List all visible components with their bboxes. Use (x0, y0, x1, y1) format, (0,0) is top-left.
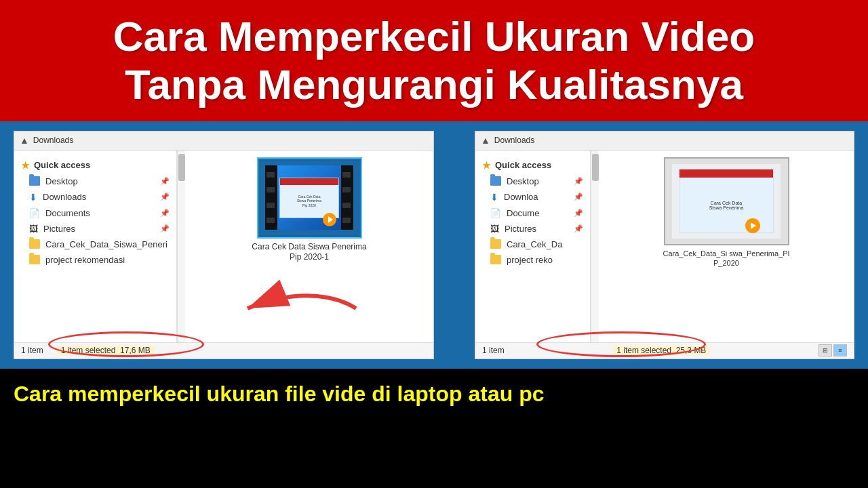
left-selected-text: 1 item selected (61, 346, 116, 355)
film-hole (267, 218, 275, 223)
view-icon-grid[interactable]: ⊞ (818, 344, 832, 357)
right-file-name: Cara_Cek_Data_Si swa_Penerima_PI P_2020 (658, 249, 794, 268)
docs-icon: 📄 (29, 208, 40, 218)
thumb-screen: Cara Cek DataSiswa PenerimaPip 2020 (279, 178, 339, 218)
play-triangle-icon (328, 216, 333, 223)
film-hole (342, 203, 351, 208)
top-banner: Cara Memperkecil Ukuran Video Tanpa Meng… (0, 0, 868, 121)
right-scrollbar-thumb[interactable] (592, 154, 599, 181)
right-folder-yellow2 (490, 255, 501, 264)
right-sidebar-pictures[interactable]: 🖼 Pictures 📌 (475, 221, 590, 237)
right-file-size: 25,3 MB (676, 346, 707, 355)
right-file-thumbnail[interactable]: Cara Cek DataSiswa Penerima Cara_Cek_Dat… (658, 157, 794, 268)
thumb-screen-text: Cara Cek DataSiswa PenerimaPip 2020 (297, 195, 321, 208)
red-arrow (234, 278, 370, 342)
right-sidebar: ★ Quick access Desktop 📌 ⬇ Downloa 📌 📄 D… (475, 150, 591, 342)
right-pin-dl: 📌 (574, 192, 583, 201)
film-hole (267, 187, 275, 192)
pics-icon: 🖼 (29, 224, 38, 234)
left-address-bar: ▲ Downloads (14, 131, 433, 150)
left-status-bar: 1 item 1 item selected 17,6 MB (14, 342, 433, 359)
right-desktop-label: Desktop (507, 176, 539, 186)
folder-blue-icon (29, 176, 40, 186)
right-scrollbar[interactable] (591, 150, 599, 342)
right-status-left: 1 item (482, 346, 505, 355)
middle-section: ▲ Downloads ★ Quick access Desktop 📌 ⬇ D… (0, 121, 868, 369)
right-pics-label: Pictures (505, 224, 536, 234)
right-docs-icon: 📄 (490, 208, 501, 218)
right-path: Downloads (494, 136, 848, 145)
left-sidebar: ★ Quick access Desktop 📌 ⬇ Downloads 📌 📄… (14, 150, 177, 342)
sidebar-downloads-label: Downloads (43, 192, 86, 202)
right-address-bar: ▲ Downloads (475, 131, 854, 150)
right-folder-blue-icon (490, 176, 501, 186)
left-thumb-inner: Cara Cek DataSiswa PenerimaPip 2020 (265, 165, 353, 230)
right-sidebar-downloads[interactable]: ⬇ Downloa 📌 (475, 189, 590, 205)
right-item-count: 1 item (482, 346, 505, 355)
pin-icon-dl: 📌 (160, 192, 170, 201)
right-docs-label: Docume (507, 208, 539, 218)
play-button[interactable] (323, 213, 336, 226)
thumb-screen-header (280, 178, 338, 185)
pin-icon: 📌 (160, 177, 170, 186)
left-file-size: 17,6 MB (120, 346, 151, 355)
film-hole (267, 172, 275, 178)
right-sidebar-folder1[interactable]: Cara_Cek_Da (475, 237, 590, 252)
left-explorer-body: ★ Quick access Desktop 📌 ⬇ Downloads 📌 📄… (14, 150, 433, 342)
right-status-selected: 1 item selected 25,3 MB (612, 346, 710, 355)
right-explorer-panel: ▲ Downloads ★ Quick access Desktop 📌 ⬇ D… (475, 131, 854, 359)
view-icon-list[interactable]: ≡ (833, 344, 847, 357)
right-quick-access-label: Quick access (495, 160, 551, 170)
right-thumb-img: Cara Cek DataSiswa Penerima (664, 157, 789, 245)
film-hole (267, 203, 275, 208)
right-status-bar: 1 item 1 item selected 25,3 MB ⊞ ≡ (475, 342, 854, 359)
film-strip-left (265, 165, 277, 230)
right-sidebar-desktop[interactable]: Desktop 📌 (475, 174, 590, 189)
right-folder2-label: project reko (507, 255, 553, 265)
sidebar-folder2-label: project rekomendasi (45, 255, 125, 265)
left-item-count: 1 item (21, 346, 43, 355)
quick-access-label: Quick access (34, 160, 90, 170)
left-path: Downloads (33, 136, 428, 145)
bottom-text: Cara memperkecil ukuran file vide di lap… (14, 382, 544, 407)
left-status-selected: 1 item selected 17,6 MB (57, 346, 155, 355)
banner-line1: Cara Memperkecil Ukuran Video (113, 13, 755, 60)
view-icons: ⊞ ≡ (818, 344, 847, 357)
right-scroll-up[interactable]: ▲ (481, 135, 490, 146)
right-pics-icon: 🖼 (490, 224, 499, 234)
film-hole (342, 172, 351, 178)
pin-icon-docs: 📌 (160, 209, 170, 218)
right-explorer-body: ★ Quick access Desktop 📌 ⬇ Downloa 📌 📄 D… (475, 150, 854, 342)
folder-yellow-icon2 (29, 255, 40, 264)
left-thumb-img: Cara Cek DataSiswa PenerimaPip 2020 (257, 157, 362, 239)
film-hole (342, 218, 351, 223)
right-folder1-label: Cara_Cek_Da (507, 239, 562, 249)
sidebar-item-desktop[interactable]: Desktop 📌 (14, 174, 176, 189)
right-download-icon: ⬇ (490, 192, 498, 203)
right-sidebar-folder2[interactable]: project reko (475, 252, 590, 268)
bottom-banner: Cara memperkecil ukuran file vide di lap… (0, 369, 868, 420)
scroll-up-arrow[interactable]: ▲ (20, 135, 29, 146)
sidebar-item-documents[interactable]: 📄 Documents 📌 (14, 205, 176, 221)
sidebar-item-pictures[interactable]: 🖼 Pictures 📌 (14, 221, 176, 237)
banner-title: Cara Memperkecil Ukuran Video Tanpa Meng… (20, 12, 848, 109)
sidebar-item-downloads[interactable]: ⬇ Downloads 📌 (14, 189, 176, 205)
film-hole (342, 187, 351, 192)
pin-icon-pics: 📌 (160, 224, 170, 233)
right-star-icon: ★ (482, 160, 491, 171)
star-icon: ★ (21, 160, 30, 171)
right-pin-desktop: 📌 (574, 177, 583, 186)
right-pin-pics: 📌 (574, 224, 583, 233)
left-scrollbar[interactable] (177, 150, 185, 342)
right-main-content: Cara Cek DataSiswa Penerima Cara_Cek_Dat… (599, 150, 854, 342)
left-file-thumbnail[interactable]: Cara Cek DataSiswa PenerimaPip 2020 (250, 157, 369, 263)
film-strip-right (341, 165, 353, 230)
sidebar-item-folder1[interactable]: Cara_Cek_Data_Siswa_Peneri (14, 237, 176, 252)
left-quick-access: ★ Quick access (14, 157, 176, 174)
right-quick-access: ★ Quick access (475, 157, 590, 174)
right-sidebar-documents[interactable]: 📄 Docume 📌 (475, 205, 590, 221)
sidebar-item-folder2[interactable]: project rekomendasi (14, 252, 176, 268)
left-explorer-panel: ▲ Downloads ★ Quick access Desktop 📌 ⬇ D… (14, 131, 434, 359)
left-scrollbar-thumb[interactable] (178, 154, 185, 181)
sidebar-desktop-label: Desktop (45, 176, 78, 186)
